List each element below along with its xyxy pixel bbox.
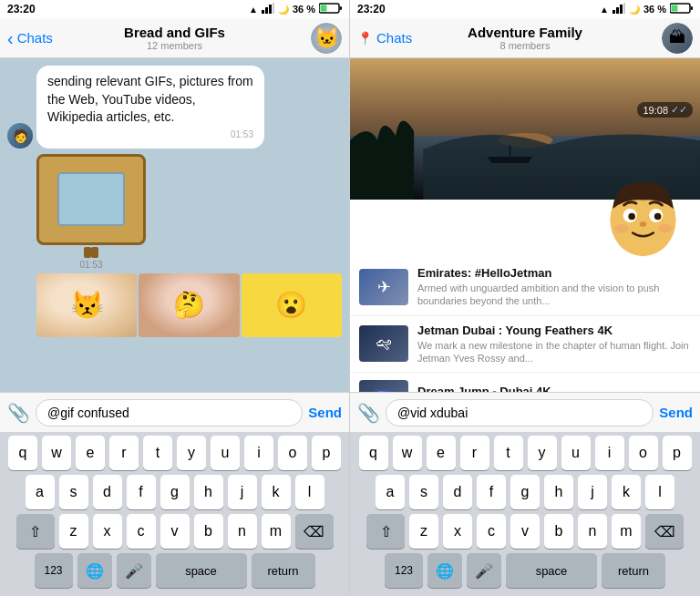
key-l[interactable]: l — [295, 475, 324, 509]
moon-icon-right: 🌙 — [629, 5, 640, 15]
mic-key-left[interactable]: 🎤 — [117, 553, 151, 588]
send-button-right[interactable]: Send — [659, 405, 693, 420]
key-r[interactable]: r — [109, 436, 139, 470]
key-s[interactable]: s — [59, 475, 88, 509]
key-s-r[interactable]: s — [409, 475, 438, 509]
key-g-r[interactable]: g — [510, 475, 540, 509]
key-f[interactable]: f — [127, 475, 156, 509]
list-item[interactable]: 🛩 Jetman Dubai : Young Feathers 4K We ma… — [350, 316, 700, 374]
key-o[interactable]: o — [278, 436, 307, 470]
key-u-r[interactable]: u — [561, 436, 591, 470]
space-key-right[interactable]: space — [506, 553, 597, 588]
key-i[interactable]: i — [244, 436, 273, 470]
key-a-r[interactable]: a — [376, 475, 405, 509]
key-x-r[interactable]: x — [443, 514, 472, 549]
key-m[interactable]: m — [262, 514, 291, 549]
key-d[interactable]: d — [93, 475, 122, 509]
status-bar-right: 23:20 ▲ 🌙 36 % — [350, 0, 700, 18]
key-k[interactable]: k — [262, 475, 291, 509]
key-r-r[interactable]: r — [460, 436, 489, 470]
key-b-r[interactable]: b — [544, 514, 573, 549]
key-u[interactable]: u — [211, 436, 240, 470]
backspace-key-right[interactable]: ⌫ — [645, 514, 684, 549]
key-i-r[interactable]: i — [595, 436, 624, 470]
battery-icon-right — [670, 3, 693, 15]
key-x[interactable]: x — [93, 514, 122, 549]
gif-thumb-simpsons[interactable] — [242, 273, 342, 337]
key-t[interactable]: t — [143, 436, 172, 470]
svg-point-24 — [614, 224, 628, 233]
attach-icon-left[interactable]: 📎 — [7, 402, 30, 424]
link-thumb-dream: 🌆 — [359, 380, 408, 392]
key-j[interactable]: j — [228, 475, 257, 509]
globe-key-left[interactable]: 🌐 — [77, 553, 112, 588]
key-p-r[interactable]: p — [663, 436, 692, 470]
key-v[interactable]: v — [160, 514, 190, 549]
key-n-r[interactable]: n — [578, 514, 607, 549]
key-w[interactable]: w — [42, 436, 71, 470]
key-w-r[interactable]: w — [393, 436, 422, 470]
key-q-r[interactable]: q — [359, 436, 388, 470]
back-button-right[interactable]: 📍 Chats — [357, 30, 412, 46]
key-o-r[interactable]: o — [629, 436, 658, 470]
key-k-r[interactable]: k — [612, 475, 641, 509]
num-key-left[interactable]: 123 — [35, 553, 73, 588]
avatar-left[interactable]: 🐱 — [311, 23, 342, 54]
keyboard-right: q w e r t y u i o p a s d f g h j k l ⇧ … — [350, 432, 700, 596]
tv-leg-right — [91, 247, 98, 258]
key-q[interactable]: q — [8, 436, 37, 470]
sticker-time: 01:53 — [79, 260, 102, 270]
key-c-r[interactable]: c — [477, 514, 506, 549]
key-b[interactable]: b — [194, 514, 223, 549]
gif-thumb-cat[interactable] — [36, 273, 137, 337]
key-l-r[interactable]: l — [645, 475, 674, 509]
shift-key-left[interactable]: ⇧ — [16, 514, 55, 549]
mic-key-right[interactable]: 🎤 — [467, 553, 501, 588]
key-v-r[interactable]: v — [510, 514, 540, 549]
return-key-left[interactable]: return — [252, 553, 315, 588]
send-button-left[interactable]: Send — [308, 405, 342, 420]
gif-thumb-man[interactable] — [139, 273, 239, 337]
avatar-right[interactable]: 🏔 — [662, 23, 693, 54]
list-item[interactable]: ✈ Emirates: #HelloJetman Armed with ungu… — [350, 259, 700, 316]
backspace-key-left[interactable]: ⌫ — [295, 514, 334, 549]
return-key-right[interactable]: return — [602, 553, 665, 588]
link-thumb-emirates: ✈ — [359, 269, 408, 305]
key-j-r[interactable]: j — [578, 475, 607, 509]
svg-rect-5 — [321, 5, 327, 12]
key-e[interactable]: e — [76, 436, 105, 470]
key-g[interactable]: g — [160, 475, 190, 509]
nav-bar-left: ‹ Chats Bread and GIFs 12 members 🐱 — [0, 18, 349, 58]
key-y[interactable]: y — [177, 436, 206, 470]
space-key-left[interactable]: space — [156, 553, 247, 588]
key-e-r[interactable]: e — [427, 436, 456, 470]
key-t-r[interactable]: t — [494, 436, 523, 470]
key-m-r[interactable]: m — [612, 514, 641, 549]
key-row-3-right: ⇧ z x c v b n m ⌫ — [353, 514, 697, 549]
list-item[interactable]: 🌆 Dream Jump - Dubai 4K What sounds like… — [350, 373, 700, 392]
message-input-right[interactable] — [386, 399, 654, 426]
key-row-4-left: 123 🌐 🎤 space return — [3, 553, 346, 588]
key-a[interactable]: a — [26, 475, 55, 509]
key-p[interactable]: p — [312, 436, 341, 470]
key-h[interactable]: h — [194, 475, 223, 509]
num-key-right[interactable]: 123 — [385, 553, 423, 588]
attach-icon-right[interactable]: 📎 — [357, 402, 380, 424]
key-row-4-right: 123 🌐 🎤 space return — [353, 553, 697, 588]
key-n[interactable]: n — [228, 514, 257, 549]
key-f-r[interactable]: f — [477, 475, 506, 509]
svg-rect-13 — [691, 6, 693, 10]
key-z[interactable]: z — [59, 514, 88, 549]
shift-key-right[interactable]: ⇧ — [366, 514, 405, 549]
wifi-icon-left: ▲ — [249, 5, 258, 15]
key-c[interactable]: c — [127, 514, 156, 549]
globe-key-right[interactable]: 🌐 — [427, 553, 462, 588]
key-y-r[interactable]: y — [528, 436, 557, 470]
message-input-left[interactable] — [36, 399, 303, 426]
key-row-3-left: ⇧ z x c v b n m ⌫ — [3, 514, 346, 549]
key-h-r[interactable]: h — [544, 475, 573, 509]
key-d-r[interactable]: d — [443, 475, 472, 509]
back-button-left[interactable]: ‹ Chats — [7, 29, 53, 47]
chat-title-right: Adventure Family — [468, 25, 582, 40]
key-z-r[interactable]: z — [409, 514, 438, 549]
